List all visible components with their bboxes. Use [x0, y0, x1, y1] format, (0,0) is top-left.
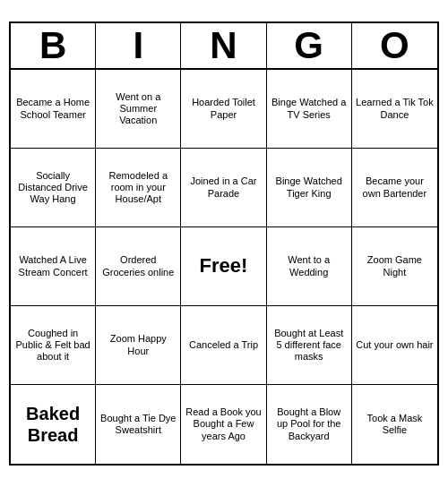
bingo-cell-16[interactable]: Zoom Happy Hour — [96, 306, 181, 385]
bingo-cell-0[interactable]: Became a Home School Teamer — [11, 70, 96, 149]
bingo-letter-o: O — [352, 23, 437, 68]
bingo-cell-2[interactable]: Hoarded Toilet Paper — [181, 70, 266, 149]
bingo-cell-22[interactable]: Read a Book you Bought a Few years Ago — [181, 385, 266, 464]
bingo-header: BINGO — [11, 23, 437, 70]
bingo-letter-i: I — [96, 23, 181, 68]
bingo-cell-6[interactable]: Remodeled a room in your House/Apt — [96, 149, 181, 227]
bingo-cell-18[interactable]: Bought at Least 5 different face masks — [267, 306, 352, 385]
bingo-cell-14[interactable]: Zoom Game Night — [352, 227, 437, 306]
bingo-cell-3[interactable]: Binge Watched a TV Series — [267, 70, 352, 149]
bingo-cell-15[interactable]: Coughed in Public & Felt bad about it — [11, 306, 96, 385]
bingo-cell-19[interactable]: Cut your own hair — [352, 306, 437, 385]
bingo-cell-1[interactable]: Went on a Summer Vacation — [96, 70, 181, 149]
bingo-cell-11[interactable]: Ordered Groceries online — [96, 227, 181, 306]
bingo-cell-8[interactable]: Binge Watched Tiger King — [267, 149, 352, 227]
bingo-cell-17[interactable]: Canceled a Trip — [181, 306, 266, 385]
bingo-cell-24[interactable]: Took a Mask Selfie — [352, 385, 437, 464]
bingo-cell-4[interactable]: Learned a Tik Tok Dance — [352, 70, 437, 149]
bingo-cell-12[interactable]: Free! — [181, 227, 266, 306]
bingo-card: BINGO Became a Home School TeamerWent on… — [9, 21, 439, 466]
bingo-letter-n: N — [181, 23, 266, 68]
bingo-cell-13[interactable]: Went to a Wedding — [267, 227, 352, 306]
bingo-cell-21[interactable]: Bought a Tie Dye Sweatshirt — [96, 385, 181, 464]
bingo-cell-5[interactable]: Socially Distanced Drive Way Hang — [11, 149, 96, 227]
bingo-cell-20[interactable]: Baked Bread — [11, 385, 96, 464]
bingo-cell-10[interactable]: Watched A Live Stream Concert — [11, 227, 96, 306]
bingo-cell-9[interactable]: Became your own Bartender — [352, 149, 437, 227]
bingo-letter-b: B — [11, 23, 96, 68]
bingo-cell-23[interactable]: Bought a Blow up Pool for the Backyard — [267, 385, 352, 464]
bingo-grid: Became a Home School TeamerWent on a Sum… — [11, 70, 437, 464]
bingo-cell-7[interactable]: Joined in a Car Parade — [181, 149, 266, 227]
bingo-letter-g: G — [267, 23, 352, 68]
